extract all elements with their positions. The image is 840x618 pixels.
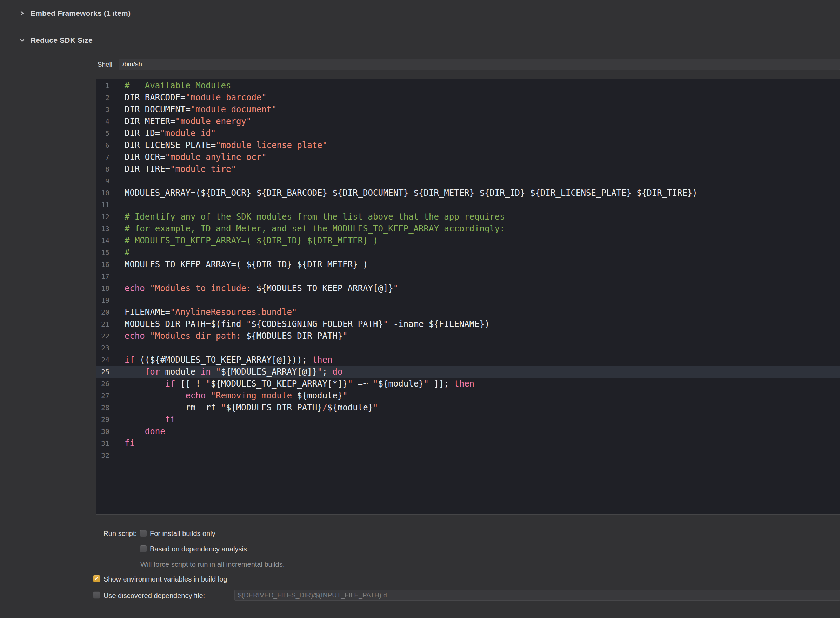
code-line[interactable]: 30 done — [97, 425, 840, 437]
line-number: 5 — [97, 127, 110, 139]
code-text: # --Available Modules-- — [110, 80, 241, 92]
code-line[interactable]: 3DIR_DOCUMENT="module_document" — [97, 104, 840, 115]
code-line[interactable]: 23 — [97, 342, 840, 354]
line-number: 16 — [97, 258, 110, 270]
code-line[interactable]: 18echo "Modules to include: ${MODULES_TO… — [97, 282, 840, 294]
dependency-analysis-note: Will force script to run in all incremen… — [140, 560, 285, 569]
code-line[interactable]: 4DIR_METER="module_energy" — [97, 115, 840, 127]
code-line[interactable]: 2DIR_BARCODE="module_barcode" — [97, 92, 840, 104]
code-line[interactable]: 9 — [97, 175, 840, 187]
code-line[interactable]: 25 for module in "${MODULES_ARRAY[@]}"; … — [97, 366, 840, 378]
shell-label: Shell — [81, 60, 112, 69]
code-text: fi — [110, 413, 175, 425]
code-line[interactable]: 10MODULES_ARRAY=(${DIR_OCR} ${DIR_BARCOD… — [97, 187, 840, 199]
code-text: DIR_METER="module_energy" — [110, 115, 251, 127]
line-number: 26 — [97, 378, 110, 390]
code-text: DIR_OCR="module_anyline_ocr" — [110, 151, 267, 163]
line-number: 17 — [97, 270, 110, 282]
script-editor[interactable]: 1# --Available Modules--2DIR_BARCODE="mo… — [97, 79, 840, 514]
line-number: 29 — [97, 413, 110, 425]
for-install-builds-only-label: For install builds only — [150, 529, 216, 538]
line-number: 23 — [97, 342, 110, 354]
phase-title: Embed Frameworks (1 item) — [31, 9, 131, 18]
code-text: fi — [110, 437, 135, 449]
code-line[interactable]: 19 — [97, 294, 840, 306]
code-line[interactable]: 29 fi — [97, 413, 840, 425]
shell-value: /bin/sh — [122, 60, 142, 68]
code-line[interactable]: 17 — [97, 270, 840, 282]
code-line[interactable]: 7DIR_OCR="module_anyline_ocr" — [97, 151, 840, 163]
line-number: 24 — [97, 354, 110, 366]
code-text: # Identify any of the SDK modules from t… — [110, 211, 505, 223]
chevron-right-icon[interactable] — [19, 10, 25, 16]
line-number: 11 — [97, 199, 110, 211]
line-number: 25 — [97, 366, 110, 378]
show-environment-variables-checkbox[interactable]: ✓ — [93, 575, 100, 582]
line-number: 31 — [97, 437, 110, 449]
line-number: 7 — [97, 151, 110, 163]
show-environment-variables-label: Show environment variables in build log — [104, 575, 227, 583]
code-text — [110, 342, 125, 354]
line-number: 12 — [97, 211, 110, 223]
code-line[interactable]: 12# Identify any of the SDK modules from… — [97, 211, 840, 223]
code-text: if ((${#MODULES_TO_KEEP_ARRAY[@]})); the… — [110, 354, 332, 366]
code-text — [110, 199, 125, 211]
line-number: 21 — [97, 318, 110, 330]
code-line[interactable]: 8DIR_TIRE="module_tire" — [97, 163, 840, 175]
code-text: DIR_LICENSE_PLATE="module_license_plate" — [110, 139, 327, 151]
code-line[interactable]: 13# for example, ID and Meter, and set t… — [97, 223, 840, 235]
code-text — [110, 175, 125, 187]
use-discovered-dependency-file-checkbox[interactable]: ✓ — [93, 591, 100, 599]
phase-title: Reduce SDK Size — [31, 36, 93, 45]
code-text: DIR_ID="module_id" — [110, 127, 216, 139]
code-line[interactable]: 14# MODULES_TO_KEEP_ARRAY=( ${DIR_ID} ${… — [97, 235, 840, 247]
code-text: if [[ ! "${MODULES_TO_KEEP_ARRAY[*]}" =~… — [110, 378, 474, 390]
line-number: 9 — [97, 175, 110, 187]
section-divider — [10, 27, 840, 27]
code-line[interactable]: 22echo "Modules dir path: ${MODULES_DIR_… — [97, 330, 840, 342]
code-line[interactable]: 20FILENAME="AnylineResources.bundle" — [97, 306, 840, 318]
code-text: MODULES_ARRAY=(${DIR_OCR} ${DIR_BARCODE}… — [110, 187, 697, 199]
code-line[interactable]: 26 if [[ ! "${MODULES_TO_KEEP_ARRAY[*]}"… — [97, 378, 840, 390]
phase-header-embed-frameworks[interactable]: Embed Frameworks (1 item) — [19, 7, 131, 19]
line-number: 20 — [97, 306, 110, 318]
code-text — [110, 294, 125, 306]
code-text: # — [110, 247, 129, 258]
based-on-dependency-analysis-checkbox[interactable]: ✓ — [140, 545, 147, 553]
line-number: 2 — [97, 92, 110, 104]
shell-input[interactable]: /bin/sh — [119, 59, 840, 70]
use-discovered-dependency-file-label: Use discovered dependency file: — [104, 591, 205, 600]
code-text: DIR_TIRE="module_tire" — [110, 163, 236, 175]
line-number: 3 — [97, 104, 110, 115]
phase-header-reduce-sdk-size[interactable]: Reduce SDK Size — [19, 34, 93, 46]
code-line[interactable]: 11 — [97, 199, 840, 211]
line-number: 15 — [97, 247, 110, 258]
code-text: done — [110, 425, 165, 437]
based-on-dependency-analysis-label: Based on dependency analysis — [150, 545, 247, 553]
code-line[interactable]: 5DIR_ID="module_id" — [97, 127, 840, 139]
code-text — [110, 270, 125, 282]
code-line[interactable]: 24if ((${#MODULES_TO_KEEP_ARRAY[@]})); t… — [97, 354, 840, 366]
code-line[interactable]: 32 — [97, 449, 840, 461]
dependency-file-input[interactable]: $(DERIVED_FILES_DIR)/$(INPUT_FILE_PATH).… — [234, 590, 840, 601]
line-number: 22 — [97, 330, 110, 342]
code-text: MODULES_TO_KEEP_ARRAY=( ${DIR_ID} ${DIR_… — [110, 258, 368, 270]
code-text: FILENAME="AnylineResources.bundle" — [110, 306, 297, 318]
chevron-down-icon[interactable] — [19, 37, 25, 43]
line-number: 8 — [97, 163, 110, 175]
code-line[interactable]: 28 rm -rf "${MODULES_DIR_PATH}/${module}… — [97, 402, 840, 413]
code-line[interactable]: 16MODULES_TO_KEEP_ARRAY=( ${DIR_ID} ${DI… — [97, 258, 840, 270]
code-line[interactable]: 1# --Available Modules-- — [97, 80, 840, 92]
code-text: rm -rf "${MODULES_DIR_PATH}/${module}" — [110, 402, 378, 413]
code-text — [110, 449, 125, 461]
line-number: 32 — [97, 449, 110, 461]
code-line[interactable]: 31fi — [97, 437, 840, 449]
line-number: 13 — [97, 223, 110, 235]
code-line[interactable]: 21MODULES_DIR_PATH=$(find "${CODESIGNING… — [97, 318, 840, 330]
for-install-builds-only-checkbox[interactable]: ✓ — [140, 530, 147, 537]
code-line[interactable]: 15# — [97, 247, 840, 258]
line-number: 10 — [97, 187, 110, 199]
line-number: 14 — [97, 235, 110, 247]
code-line[interactable]: 6DIR_LICENSE_PLATE="module_license_plate… — [97, 139, 840, 151]
code-line[interactable]: 27 echo "Removing module ${module}" — [97, 390, 840, 402]
